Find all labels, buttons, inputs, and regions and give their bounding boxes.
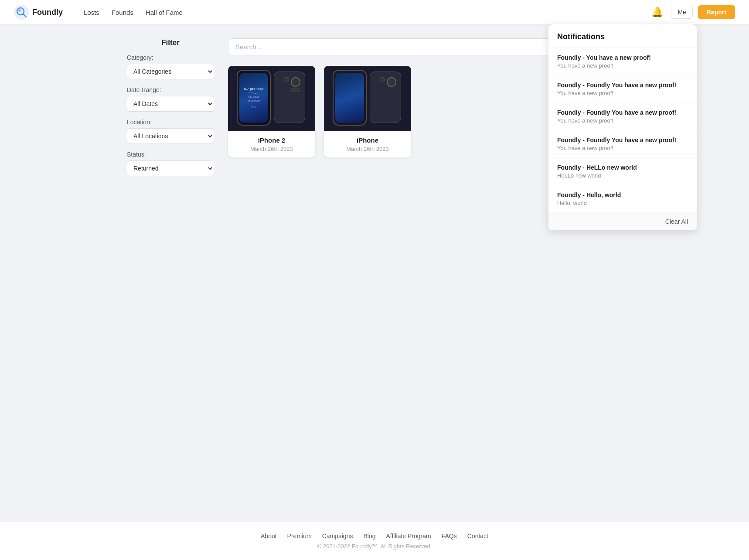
item-info-1: iPhone March 26th 2023: [324, 131, 411, 157]
footer-affiliate[interactable]: Affiliate Program: [386, 533, 431, 540]
phone-illustration-1: [330, 68, 405, 129]
footer-campaigns[interactable]: Campaigns: [322, 533, 353, 540]
bell-icon: 🔔: [651, 7, 663, 18]
clear-all-button[interactable]: Clear All: [665, 218, 688, 225]
nav-founds[interactable]: Founds: [112, 9, 133, 16]
nav-links: Losts Founds Hall of Fame: [84, 9, 183, 16]
footer-faqs[interactable]: FAQs: [442, 533, 457, 540]
item-info-0: iPhone 2 March 26th 2023: [228, 131, 315, 157]
notif-body-1: You have a new proof!: [557, 90, 688, 96]
notif-title-3: Foundly - Foundly You have a new proof!: [557, 137, 688, 143]
phone-illustration-0: 6.7 pro max 7.2 inch 24+16MP 1T+256GB 5G: [235, 68, 309, 129]
navbar: Foundly Losts Founds Hall of Fame 🔔 Me R…: [0, 0, 749, 24]
item-date-0: March 26th 2023: [234, 146, 309, 152]
footer-about[interactable]: About: [261, 533, 277, 540]
notifications-title: Notifications: [548, 24, 697, 48]
item-card-0[interactable]: 6.7 pro max 7.2 inch 24+16MP 1T+256GB 5G…: [228, 66, 315, 157]
svg-point-0: [14, 5, 29, 20]
notif-title-0: Foundly - You have a new proof!: [557, 54, 688, 61]
notifications-bell-button[interactable]: 🔔: [649, 4, 666, 20]
notif-body-3: You have a new proof!: [557, 145, 688, 151]
logo-text: Foundly: [32, 8, 63, 17]
filter-title: Filter: [127, 38, 214, 47]
nav-losts[interactable]: Losts: [84, 9, 99, 16]
notifications-footer: Clear All: [548, 213, 697, 230]
notification-item-2[interactable]: Foundly - Foundly You have a new proof! …: [548, 103, 697, 130]
location-label: Location:: [127, 119, 214, 126]
notifications-dropdown: Notifications Foundly - You have a new p…: [548, 24, 697, 230]
location-select[interactable]: All Locations New York Los Angeles Chica…: [127, 128, 214, 144]
date-range-label: Date Range:: [127, 86, 214, 93]
item-card-1[interactable]: iPhone March 26th 2023: [324, 66, 411, 157]
footer-contact[interactable]: Contact: [467, 533, 488, 540]
item-name-1: iPhone: [330, 137, 405, 144]
logo-icon: [14, 5, 29, 20]
notif-title-2: Foundly - Foundly You have a new proof!: [557, 109, 688, 116]
notification-item-0[interactable]: Foundly - You have a new proof! You have…: [548, 48, 697, 75]
notif-title-5: Foundly - Hello, world: [557, 191, 688, 198]
notif-body-4: HeLLo new world: [557, 172, 688, 179]
notif-body-2: You have a new proof!: [557, 117, 688, 124]
item-date-1: March 26th 2023: [330, 146, 405, 152]
date-range-select[interactable]: All Dates Today This Week This Month: [127, 96, 214, 112]
notification-item-3[interactable]: Foundly - Foundly You have a new proof! …: [548, 130, 697, 158]
item-image-0: 6.7 pro max 7.2 inch 24+16MP 1T+256GB 5G: [228, 66, 315, 131]
notif-title-4: Foundly - HeLLo new world: [557, 164, 688, 171]
footer-links: About Premium Campaigns Blog Affiliate P…: [261, 533, 488, 540]
footer-blog[interactable]: Blog: [363, 533, 375, 540]
notif-body-5: Hello, world: [557, 200, 688, 206]
footer-copyright: © 2021-2022 Foundly™. All Rights Reserve…: [317, 543, 432, 550]
notification-item-5[interactable]: Foundly - Hello, world Hello, world: [548, 185, 697, 213]
notification-item-1[interactable]: Foundly - Foundly You have a new proof! …: [548, 75, 697, 103]
item-name-0: iPhone 2: [234, 137, 309, 144]
status-select[interactable]: Returned Pending Active: [127, 160, 214, 176]
footer: About Premium Campaigns Blog Affiliate P…: [0, 522, 749, 560]
notif-body-0: You have a new proof!: [557, 62, 688, 69]
footer-premium[interactable]: Premium: [287, 533, 312, 540]
status-label: Status:: [127, 151, 214, 158]
svg-point-3: [18, 9, 21, 12]
nav-hall-of-fame[interactable]: Hall of Fame: [146, 9, 183, 16]
nav-logo[interactable]: Foundly: [14, 5, 63, 20]
notification-item-4[interactable]: Foundly - HeLLo new world HeLLo new worl…: [548, 158, 697, 185]
category-label: Category:: [127, 54, 214, 61]
me-button[interactable]: Me: [671, 6, 692, 19]
nav-right: 🔔 Me Report: [649, 4, 735, 20]
item-image-1: [324, 66, 411, 131]
report-button[interactable]: Report: [698, 5, 735, 19]
filter-sidebar: Filter Category: All Categories Electron…: [127, 38, 214, 508]
notif-title-1: Foundly - Foundly You have a new proof!: [557, 82, 688, 89]
category-select[interactable]: All Categories Electronics Clothing Keys…: [127, 64, 214, 79]
